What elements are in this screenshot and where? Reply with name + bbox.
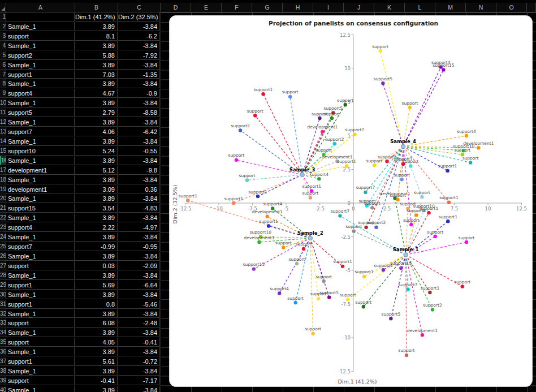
cell[interactable]: Dim.2 (32.5%): [118, 12, 160, 21]
column-header-K[interactable]: K: [374, 3, 405, 12]
row-header-16[interactable]: 16: [0, 156, 6, 165]
row-header-30[interactable]: 30: [0, 290, 6, 299]
column-header-B[interactable]: B: [75, 3, 118, 12]
cell[interactable]: 3.89: [75, 367, 118, 376]
cell[interactable]: support7: [6, 242, 75, 251]
column-header-A[interactable]: A: [6, 3, 75, 12]
cell[interactable]: -2.48: [118, 318, 160, 328]
row-header-18[interactable]: 18: [0, 175, 6, 184]
row-header-8[interactable]: 8: [0, 79, 6, 88]
row-header-33[interactable]: 33: [0, 318, 6, 328]
cell[interactable]: 3.89: [75, 175, 118, 184]
row-header-36[interactable]: 36: [0, 347, 6, 356]
cell[interactable]: -3.84: [118, 137, 160, 146]
column-header-M[interactable]: M: [435, 3, 466, 12]
row-header-40[interactable]: 40: [0, 386, 6, 392]
row-header-13[interactable]: 13: [0, 127, 6, 136]
cell[interactable]: 5.69: [75, 281, 118, 290]
cell[interactable]: -0.72: [118, 357, 160, 366]
cell[interactable]: -0.41: [75, 376, 118, 385]
cell[interactable]: support: [6, 376, 75, 385]
cell[interactable]: Sample_1: [6, 22, 75, 31]
cell[interactable]: Sample_1: [6, 194, 75, 203]
cell[interactable]: support: [6, 261, 75, 270]
cell[interactable]: support1: [6, 357, 75, 366]
cell[interactable]: -3.84: [118, 41, 160, 50]
cell[interactable]: -3.84: [118, 347, 160, 356]
cell[interactable]: 3.89: [75, 41, 118, 50]
cell[interactable]: support: [6, 338, 75, 347]
cell[interactable]: Sample_1: [6, 367, 75, 376]
cell[interactable]: -4.83: [118, 204, 160, 213]
cell[interactable]: support7: [6, 127, 75, 136]
column-header-L[interactable]: L: [405, 3, 435, 12]
cell[interactable]: -4.97: [118, 223, 160, 232]
column-header-C[interactable]: C: [118, 3, 161, 12]
cell[interactable]: -3.84: [118, 61, 160, 70]
column-header-G[interactable]: G: [252, 3, 283, 12]
cell[interactable]: 3.89: [75, 252, 118, 261]
cell[interactable]: -3.84: [118, 367, 160, 376]
row-header-25[interactable]: 25: [0, 242, 6, 251]
cell[interactable]: 3.89: [75, 98, 118, 107]
cell[interactable]: support4: [6, 223, 75, 232]
row-header-10[interactable]: 10: [0, 98, 6, 107]
row-header-22[interactable]: 22: [0, 213, 6, 222]
cell[interactable]: Sample_1: [6, 98, 75, 107]
row-header-12[interactable]: 12: [0, 118, 6, 127]
cell[interactable]: support1: [6, 281, 75, 290]
cell[interactable]: support1: [6, 70, 75, 79]
cell[interactable]: 0.03: [75, 261, 118, 270]
cell[interactable]: 3.89: [75, 22, 118, 31]
cell[interactable]: 7.03: [75, 70, 118, 79]
row-header-23[interactable]: 23: [0, 223, 6, 232]
cell[interactable]: -7.17: [118, 376, 160, 385]
cell[interactable]: -3.84: [118, 328, 160, 337]
cell[interactable]: Sample_1: [6, 290, 75, 299]
cell[interactable]: 3.09: [75, 185, 118, 194]
column-header-N[interactable]: N: [466, 3, 496, 12]
cell[interactable]: -3.84: [118, 22, 160, 31]
cell[interactable]: development1: [6, 166, 75, 175]
cell[interactable]: 3.89: [75, 213, 118, 222]
cell[interactable]: 6.08: [75, 318, 118, 328]
cell[interactable]: 3.89: [75, 156, 118, 165]
cell[interactable]: 3.89: [75, 386, 118, 392]
cell[interactable]: Sample_1: [6, 175, 75, 184]
cell[interactable]: Dim.1 (41.2%): [75, 12, 118, 21]
cell[interactable]: development1: [6, 185, 75, 194]
cell[interactable]: 5.88: [75, 51, 118, 60]
row-header-5[interactable]: 5: [0, 51, 6, 60]
cell[interactable]: support15: [6, 204, 75, 213]
cell[interactable]: 3.89: [75, 347, 118, 356]
cell[interactable]: -3.84: [118, 290, 160, 299]
row-header-34[interactable]: 34: [0, 328, 6, 337]
cell[interactable]: 2.79: [75, 108, 118, 117]
cell[interactable]: 3.89: [75, 309, 118, 318]
cell[interactable]: Sample_1: [6, 328, 75, 337]
row-header-27[interactable]: 27: [0, 261, 6, 270]
cell[interactable]: Sample_1: [6, 118, 75, 127]
cell[interactable]: -3.84: [118, 252, 160, 261]
cell[interactable]: -3.84: [118, 386, 160, 392]
select-all-corner[interactable]: [0, 3, 6, 12]
cell[interactable]: 3.89: [75, 271, 118, 280]
column-header-H[interactable]: H: [283, 3, 313, 12]
cell[interactable]: -9.8: [118, 166, 160, 175]
row-header-24[interactable]: 24: [0, 232, 6, 242]
cell[interactable]: 3.89: [75, 328, 118, 337]
cell[interactable]: -2.09: [118, 261, 160, 270]
cell[interactable]: 3.54: [75, 204, 118, 213]
cell[interactable]: -3.84: [118, 232, 160, 242]
cell[interactable]: -3.84: [118, 213, 160, 222]
cell[interactable]: -0.9: [118, 89, 160, 98]
row-header-21[interactable]: 21: [0, 204, 6, 213]
cell[interactable]: support: [6, 318, 75, 328]
row-header-6[interactable]: 6: [0, 61, 6, 70]
cell[interactable]: 4.06: [75, 127, 118, 136]
cell[interactable]: -0.95: [118, 242, 160, 251]
cell[interactable]: Sample_1: [6, 41, 75, 50]
cell[interactable]: 3.89: [75, 232, 118, 242]
cell[interactable]: -3.84: [118, 98, 160, 107]
cell[interactable]: -3.84: [118, 194, 160, 203]
